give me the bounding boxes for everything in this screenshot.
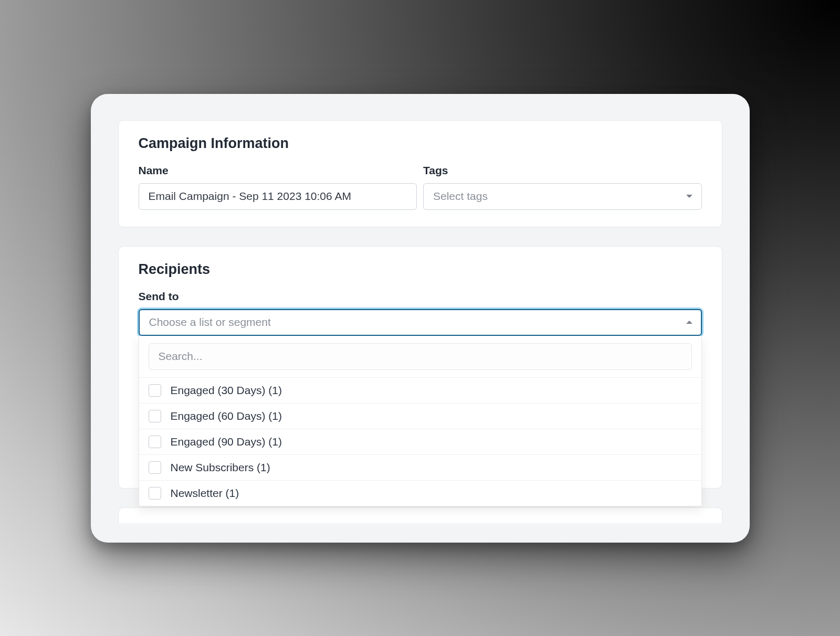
send-to-dropdown: Engaged (30 Days) (1) Engaged (60 Days) …	[139, 336, 702, 506]
name-label: Name	[139, 164, 417, 177]
tags-placeholder: Select tags	[433, 190, 488, 203]
send-to-select[interactable]: Choose a list or segment	[139, 309, 702, 336]
send-to-label: Send to	[139, 290, 702, 303]
option-new-subscribers[interactable]: New Subscribers (1)	[139, 454, 701, 480]
checkbox-icon[interactable]	[149, 384, 161, 397]
campaign-form-row: Name Tags Select tags	[139, 164, 702, 210]
name-field-group: Name	[139, 164, 417, 210]
tags-select[interactable]: Select tags	[423, 183, 702, 210]
tags-label: Tags	[423, 164, 702, 177]
option-engaged-90[interactable]: Engaged (90 Days) (1)	[139, 429, 701, 454]
recipients-card: Recipients Send to Choose a list or segm…	[118, 246, 722, 489]
option-label: Newsletter (1)	[171, 487, 239, 500]
option-label: Engaged (60 Days) (1)	[171, 410, 282, 422]
name-input[interactable]	[139, 183, 417, 210]
page-container: Campaign Information Name Tags Select ta…	[91, 94, 750, 543]
checkbox-icon[interactable]	[149, 487, 161, 500]
option-engaged-30[interactable]: Engaged (30 Days) (1)	[139, 377, 701, 403]
campaign-info-card: Campaign Information Name Tags Select ta…	[118, 120, 722, 227]
recipients-title: Recipients	[139, 261, 702, 278]
option-label: Engaged (90 Days) (1)	[171, 436, 282, 448]
campaign-info-title: Campaign Information	[139, 135, 702, 152]
option-label: New Subscribers (1)	[171, 461, 270, 474]
checkbox-icon[interactable]	[149, 461, 161, 474]
option-engaged-60[interactable]: Engaged (60 Days) (1)	[139, 403, 701, 429]
checkbox-icon[interactable]	[149, 436, 161, 448]
checkbox-icon[interactable]	[149, 410, 161, 422]
send-to-select-wrap: Choose a list or segment Engaged (30 Day…	[139, 309, 702, 336]
send-to-group: Send to Choose a list or segment Engaged…	[139, 290, 702, 336]
tags-select-wrap: Select tags	[423, 183, 702, 210]
option-label: Engaged (30 Days) (1)	[171, 384, 282, 397]
tags-field-group: Tags Select tags	[423, 164, 702, 210]
option-list: Engaged (30 Days) (1) Engaged (60 Days) …	[139, 377, 701, 506]
next-card-peek	[118, 507, 722, 523]
caret-down-icon	[686, 195, 692, 198]
option-newsletter[interactable]: Newsletter (1)	[139, 480, 701, 506]
caret-up-icon	[686, 321, 692, 324]
send-to-placeholder: Choose a list or segment	[149, 316, 271, 328]
dropdown-search-input[interactable]	[149, 343, 692, 370]
